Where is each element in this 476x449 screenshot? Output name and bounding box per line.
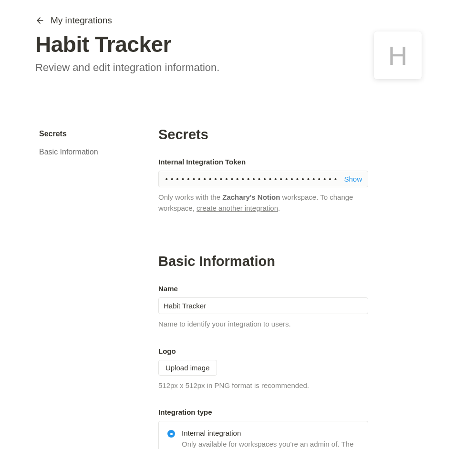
page-subtitle: Review and edit integration information.	[35, 61, 374, 74]
breadcrumb-label: My integrations	[51, 15, 112, 26]
upload-image-button[interactable]: Upload image	[158, 360, 217, 376]
logo-label: Logo	[158, 347, 368, 355]
integration-logo-tile: H	[374, 31, 422, 79]
token-label: Internal Integration Token	[158, 158, 368, 166]
page-title: Habit Tracker	[35, 31, 374, 58]
token-help-text: Only works with the Zachary's Notion wor…	[158, 192, 368, 214]
radio-selected-icon	[167, 430, 175, 438]
name-label: Name	[158, 285, 368, 293]
name-help-text: Name to identify your integration to use…	[158, 319, 368, 330]
name-input[interactable]	[158, 297, 368, 314]
integration-type-option-internal[interactable]: Internal integration Only available for …	[158, 421, 368, 449]
show-token-button[interactable]: Show	[344, 175, 362, 183]
integration-type-label: Integration type	[158, 408, 368, 416]
sidebar-item-basic-information[interactable]: Basic Information	[39, 145, 158, 159]
logo-help-text: 512px x 512px in PNG format is recommend…	[158, 380, 368, 391]
radio-option-desc: Only available for workspaces you're an …	[182, 439, 359, 449]
token-masked-value: ••••••••••••••••••••••••••••••••••••••••…	[165, 175, 338, 183]
basic-information-heading: Basic Information	[158, 254, 368, 269]
sidebar: Secrets Basic Information	[35, 127, 158, 449]
token-box: ••••••••••••••••••••••••••••••••••••••••…	[158, 171, 368, 187]
secrets-heading: Secrets	[158, 127, 368, 143]
create-integration-link[interactable]: create another integration	[197, 204, 278, 212]
workspace-name: Zachary's Notion	[222, 193, 280, 201]
breadcrumb-back[interactable]: My integrations	[35, 15, 441, 26]
sidebar-item-secrets[interactable]: Secrets	[39, 127, 158, 141]
radio-option-title: Internal integration	[182, 429, 359, 437]
arrow-left-icon	[35, 16, 45, 25]
